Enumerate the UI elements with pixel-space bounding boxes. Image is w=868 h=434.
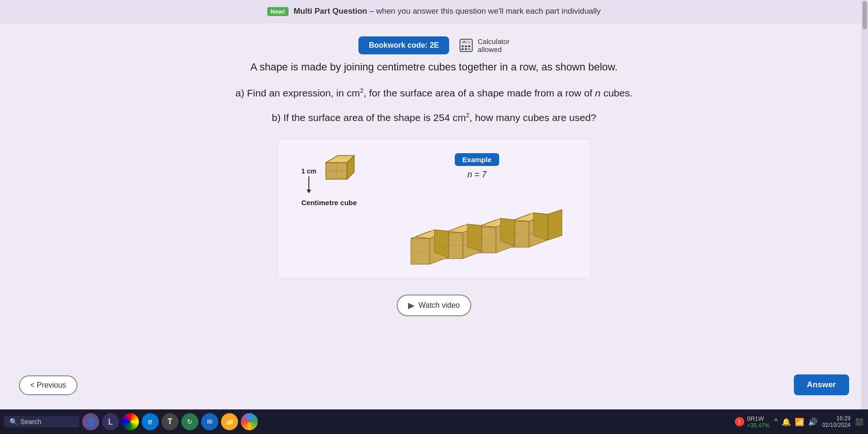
cube-label: Centimetre cube bbox=[301, 199, 357, 207]
stock-change: +35.47% bbox=[747, 422, 770, 429]
answer-button[interactable]: Answer bbox=[794, 374, 849, 395]
svg-rect-2 bbox=[461, 45, 464, 47]
scrollbar[interactable] bbox=[861, 0, 868, 409]
svg-marker-8 bbox=[326, 163, 347, 179]
watch-video-button[interactable]: ▶ Watch video bbox=[397, 295, 471, 316]
n-label: n = 7 bbox=[468, 170, 487, 180]
tray-icons: ^ 🔔 📶 🔊 bbox=[774, 417, 817, 426]
question-part-b: b) If the surface area of the shape is 2… bbox=[193, 110, 675, 126]
clock-date: 02/10/2024 bbox=[822, 422, 851, 428]
notification-icon[interactable]: 🔔 bbox=[782, 417, 791, 426]
taskbar-icon-orb[interactable] bbox=[122, 413, 139, 430]
new-badge: New! bbox=[267, 7, 289, 16]
volume-icon[interactable]: 🔊 bbox=[808, 417, 817, 426]
svg-rect-3 bbox=[465, 45, 467, 47]
desktop-icon[interactable]: ⬛ bbox=[855, 418, 863, 425]
single-cube-svg bbox=[321, 153, 359, 191]
row-cubes-svg bbox=[387, 183, 567, 269]
single-cube-section: 1 cm Centimetre c bbox=[301, 153, 359, 207]
stock-info: ! 0R1W +35.47% bbox=[735, 415, 770, 429]
example-badge: Example bbox=[455, 153, 499, 166]
time-display: 16:29 02/10/2024 bbox=[822, 415, 851, 428]
previous-button[interactable]: < Previous bbox=[19, 375, 77, 395]
taskbar-search[interactable]: 🔍 Search bbox=[4, 416, 79, 427]
banner-subtitle: – when you answer this question we'll ma… bbox=[369, 7, 601, 16]
svg-marker-29 bbox=[548, 209, 562, 240]
taskbar-icon-chrome[interactable] bbox=[241, 413, 258, 430]
calculator-text: Calculator allowed bbox=[477, 37, 510, 53]
main-content: New! Multi Part Question – when you answ… bbox=[0, 0, 868, 409]
svg-marker-30 bbox=[534, 213, 548, 240]
taskbar-icon-edge[interactable]: e bbox=[142, 413, 159, 430]
svg-marker-31 bbox=[501, 218, 515, 246]
stock-name: 0R1W bbox=[747, 415, 770, 422]
taskbar-icon-l[interactable]: L bbox=[102, 413, 119, 430]
svg-rect-7 bbox=[468, 48, 470, 50]
search-label: Search bbox=[20, 418, 41, 425]
clock-time: 16:29 bbox=[822, 415, 851, 422]
svg-rect-5 bbox=[461, 48, 464, 50]
question-intro: A shape is made by joining centimetre cu… bbox=[193, 59, 675, 75]
calculator-icon bbox=[459, 38, 474, 53]
cm-label: 1 cm bbox=[301, 167, 316, 175]
taskbar-right: ! 0R1W +35.47% ^ 🔔 📶 🔊 16:29 02/10/2024 … bbox=[735, 415, 863, 429]
calculator-info: Calculator allowed bbox=[459, 37, 510, 53]
question-part-a: a) Find an expression, in cm2, for the s… bbox=[193, 85, 675, 101]
top-banner: New! Multi Part Question – when you answ… bbox=[0, 0, 868, 23]
search-icon: 🔍 bbox=[9, 418, 17, 425]
banner-title: Multi Part Question bbox=[294, 7, 367, 16]
play-icon: ▶ bbox=[408, 300, 415, 311]
svg-rect-4 bbox=[468, 45, 470, 47]
bookwork-button[interactable]: Bookwork code: 2E bbox=[358, 36, 449, 54]
svg-marker-23 bbox=[411, 238, 430, 264]
taskbar-icon-mail[interactable]: ✉ bbox=[201, 413, 218, 430]
example-section: Example n = 7 bbox=[387, 153, 567, 269]
svg-marker-32 bbox=[468, 224, 482, 252]
wifi-icon[interactable]: 📶 bbox=[795, 417, 804, 426]
taskbar-icon-t[interactable]: T bbox=[162, 413, 179, 430]
taskbar-icon-folder[interactable]: 📁 bbox=[221, 413, 238, 430]
svg-rect-6 bbox=[465, 48, 467, 50]
taskbar: 🔍 Search 👤 L e T ↻ ✉ 📁 ! 0R1W +35.47% bbox=[0, 409, 868, 434]
svg-marker-33 bbox=[434, 230, 449, 257]
bookwork-row: Bookwork code: 2E Calculator allowed bbox=[358, 36, 510, 54]
chevron-up-icon[interactable]: ^ bbox=[774, 417, 778, 426]
scrollbar-thumb[interactable] bbox=[862, 1, 867, 29]
profile-icon[interactable]: 👤 bbox=[82, 413, 99, 430]
diagram-container: 1 cm Centimetre c bbox=[277, 139, 591, 278]
question-area: A shape is made by joining centimetre cu… bbox=[174, 59, 694, 134]
taskbar-icon-refresh[interactable]: ↻ bbox=[181, 413, 198, 430]
